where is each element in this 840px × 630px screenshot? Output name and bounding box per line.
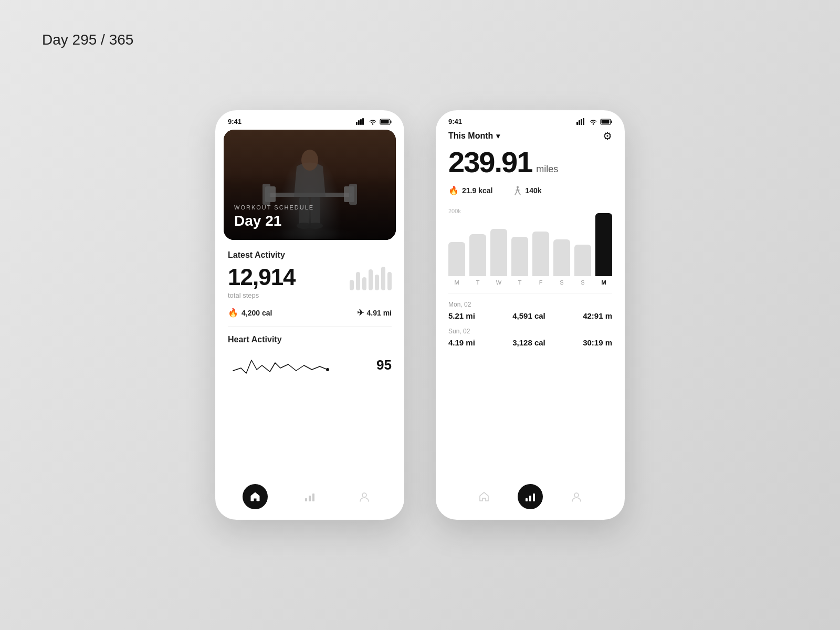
nav-chart[interactable] [297,484,322,509]
bar-col-S-6[interactable]: S [574,245,591,286]
mini-bar-4 [375,275,379,290]
bar-label-3: T [518,279,522,286]
bar-col-T-1[interactable]: T [469,234,486,286]
svg-rect-18 [305,498,307,501]
svg-rect-24 [581,119,582,125]
svg-point-34 [574,493,579,497]
svg-rect-19 [309,496,311,501]
activity-stats-row: 🔥 4,200 cal ✈ 4.91 mi [228,308,392,327]
heart-svg-container [228,350,370,381]
svg-rect-6 [391,120,392,123]
distance-value: 4.91 mi [367,309,392,317]
home-icon [249,491,261,502]
miles-unit: miles [536,164,558,175]
log-time-1: 30:19 m [583,338,612,347]
bar-label-0: M [454,279,459,286]
log-cal-0: 4,591 cal [512,311,545,320]
month-label: This Month [448,131,493,141]
bar-4 [532,232,549,276]
status-bar-2: 9:41 [436,110,625,130]
profile-icon-2 [571,491,582,502]
log-date-1: Sun, 02 [448,328,612,335]
svg-rect-22 [576,122,578,125]
svg-rect-20 [312,494,314,501]
svg-rect-23 [579,120,580,125]
total-miles: 239.91 [448,148,532,177]
heart-line [233,360,328,373]
svg-rect-25 [583,118,584,125]
cal-value: 4,200 cal [242,309,272,317]
steps-value: 140k [525,186,541,195]
log-stats-1: 4.19 mi3,128 cal30:19 m [448,338,612,347]
bar-col-F-4[interactable]: F [532,232,549,286]
steps-metric: 140k [513,186,541,195]
phone-1: 9:41 [215,110,404,520]
mini-bar-6 [387,272,392,290]
wifi-icon-2 [589,119,597,125]
svg-point-4 [372,123,373,124]
phones-container: 9:41 [215,110,625,520]
steps-row: 12,914 [228,264,392,290]
svg-rect-28 [611,120,612,123]
bar-3 [511,237,528,276]
phone2-bottom-nav [448,476,612,520]
bar-col-W-2[interactable]: W [490,229,507,286]
status-icons-1 [356,118,392,125]
time-1: 9:41 [228,118,242,125]
bar-col-S-5[interactable]: S [553,239,570,286]
month-header: This Month ▾ ⚙ [448,130,612,142]
divider [448,293,612,293]
activity-log: Mon, 025.21 mi4,591 cal42:91 mSun, 024.1… [448,301,612,476]
log-mi-1: 4.19 mi [448,338,475,347]
nav-profile[interactable] [352,484,377,509]
status-icons-2 [576,118,612,125]
cal-stat: 🔥 4,200 cal [228,308,272,318]
log-entry-0: Mon, 025.21 mi4,591 cal42:91 m [448,301,612,320]
log-cal-1: 3,128 cal [512,338,545,347]
svg-rect-32 [529,496,531,501]
chart-icon-2 [524,491,536,502]
battery-icon-2 [601,119,612,125]
svg-rect-1 [358,120,360,125]
bar-col-T-3[interactable]: T [511,237,528,286]
latest-activity-section: Latest Activity 12,914 total steps 🔥 4,2… [215,240,404,327]
svg-rect-31 [526,498,528,501]
settings-button[interactable]: ⚙ [603,130,612,142]
latest-activity-title: Latest Activity [228,250,392,260]
chevron-down-icon: ▾ [496,132,500,140]
signal-icon [356,118,365,125]
month-selector[interactable]: This Month ▾ [448,131,500,141]
log-mi-0: 5.21 mi [448,311,475,320]
kcal-value: 21.9 kcal [462,186,492,195]
nav2-chart[interactable] [518,484,543,509]
log-time-0: 42:91 m [583,311,612,320]
bar-col-M-0[interactable]: M [448,242,465,286]
svg-rect-29 [602,120,610,123]
bar-2 [490,229,507,276]
phone-2: 9:41 [436,110,625,520]
nav-home[interactable] [243,484,268,509]
heart-activity-title: Heart Activity [228,335,392,344]
phone1-content: WORKOUT SCHEDULE Day 21 Latest Activity … [215,130,404,520]
bar-col-M-7[interactable]: M [595,213,612,286]
svg-rect-3 [362,118,364,125]
svg-rect-33 [533,494,535,501]
mini-bar-3 [369,269,373,290]
workout-day: Day 21 [234,213,314,229]
bar-6 [574,245,591,276]
heart-value: 95 [376,357,392,373]
svg-rect-10 [262,184,270,205]
svg-rect-2 [360,119,362,125]
nav2-profile[interactable] [564,484,589,509]
metrics-row: 🔥 21.9 kcal 140k [448,185,612,195]
bar-chart: MTWTFSSM [448,217,612,286]
bar-label-4: F [539,279,543,286]
battery-icon [380,119,392,125]
chart-y-label: 200k [448,208,612,214]
total-distance-row: 239.91 miles [448,148,612,177]
workout-hero: WORKOUT SCHEDULE Day 21 [224,130,396,240]
nav2-home[interactable] [471,484,497,509]
workout-label: WORKOUT SCHEDULE Day 21 [234,204,314,229]
svg-rect-12 [349,184,357,205]
mini-bar-2 [362,277,366,290]
